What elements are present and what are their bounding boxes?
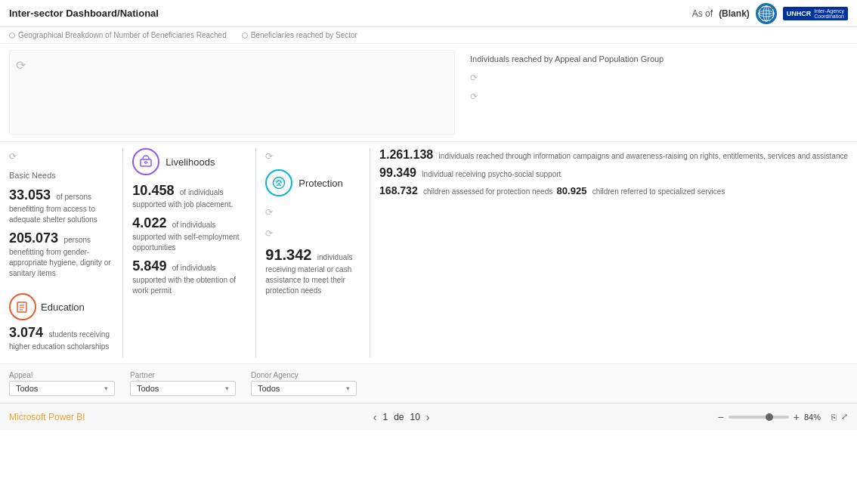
appeal-chart-title: Individuals reached by Appeal and Popula… [470, 54, 840, 63]
metric-number-3074: 3.074 [9, 325, 43, 340]
metric-number-205073: 205.073 [9, 230, 58, 246]
partner-arrow: ▾ [225, 385, 229, 392]
basic-needs-metric-1: 33.053 of persons benefitting from acces… [9, 187, 113, 224]
top-charts: ⟳ Individuals reached by Appeal and Popu… [0, 44, 857, 142]
header: Inter-sector Dashboard/National As of (B… [0, 0, 857, 27]
donor-label: Donor Agency [251, 371, 357, 379]
loading-indicator-6: ⟳ [265, 207, 273, 218]
metric-number-33053: 33.053 [9, 187, 51, 203]
appeal-chart: Individuals reached by Appeal and Popula… [463, 50, 848, 135]
partner-filter: Partner Todos ▾ [130, 371, 236, 396]
basic-needs-label: Basic Needs [9, 171, 56, 180]
metric-number-91342: 91.342 [265, 246, 311, 263]
appeal-arrow: ▾ [104, 385, 108, 392]
zoom-percent: 84% [804, 413, 821, 422]
zoom-slider[interactable] [729, 416, 789, 419]
page-current: 1 [382, 412, 388, 422]
blank-value: (Blank) [719, 8, 750, 19]
partner-label: Partner [130, 371, 236, 379]
basic-needs-header: Basic Needs [9, 171, 113, 180]
section-bar: Geographical Breakdown of Number of Bene… [0, 27, 857, 44]
partner-select[interactable]: Todos ▾ [130, 381, 236, 396]
header-right: As of (Blank) UNHCR Inter-AgencyCoordina… [692, 3, 848, 24]
unhcr-logo: UNHCR Inter-AgencyCoordination [783, 7, 848, 20]
appeal-value: Todos [16, 384, 38, 393]
livelihoods-metric-3: 5.849 of individuals supported with the … [132, 258, 246, 295]
zoom-in-button[interactable]: + [794, 411, 800, 423]
education-header: Education [9, 293, 113, 320]
powerbi-link[interactable]: Microsoft Power BI [9, 412, 85, 422]
partner-value: Todos [137, 384, 159, 393]
loading-indicator-3: ⟳ [470, 91, 478, 102]
fullscreen-icon[interactable]: ⤢ [841, 412, 848, 422]
page-title: Inter-sector Dashboard/National [9, 8, 159, 19]
education-metric-1: 3.074 students receiving higher educatio… [9, 325, 113, 351]
basic-needs-metric-2: 205.073 persons benefitting from gender-… [9, 230, 113, 278]
section-dot-2 [242, 32, 248, 39]
geo-chart: ⟳ [9, 50, 455, 135]
title-main: Inter-sector Dashboard/ [9, 8, 120, 19]
zoom-bar: − + 84% ⎘ ⤢ [718, 411, 848, 423]
metric-number-4022: 4.022 [132, 215, 166, 230]
metrics-section: ⟳ Basic Needs 33.053 of persons benefitt… [0, 142, 857, 363]
metric-number-99349: 99.349 [379, 166, 416, 179]
livelihoods-icon [132, 148, 159, 175]
metric-desc-children-assessed: children assessed for protection needs [423, 187, 552, 196]
basic-needs-column: ⟳ Basic Needs 33.053 of persons benefitt… [9, 148, 123, 357]
svg-point-14 [277, 184, 278, 186]
title-sub: National [120, 8, 159, 19]
as-of-label: As of [692, 8, 713, 19]
next-page-button[interactable]: › [426, 411, 430, 423]
livelihoods-metric-2: 4.022 of individuals supported with self… [132, 215, 246, 252]
section-label-1: Geographical Breakdown of Number of Bene… [18, 31, 227, 39]
donor-select[interactable]: Todos ▾ [251, 381, 357, 396]
metric-desc-children-referred: children referred to specialized service… [592, 187, 726, 196]
protection-column: ⟳ Protection ⟳ ⟳ 91.342 individuals rece… [256, 148, 370, 357]
share-icon[interactable]: ⎘ [831, 413, 837, 422]
right-metric-3: 168.732 children assessed for protection… [379, 184, 848, 196]
metric-desc-psycho: individual receiving psycho-social suppo… [422, 170, 561, 178]
loading-indicator-2: ⟳ [470, 73, 478, 83]
svg-point-15 [280, 184, 281, 186]
livelihoods-header: Livelihoods [132, 148, 246, 175]
section-bar-item-2: Beneficiaries reached by Sector [242, 31, 357, 39]
appeal-label: Appeal [9, 371, 115, 379]
bottom-bar: Microsoft Power BI ‹ 1 de 10 › − + 84% ⎘… [0, 403, 857, 430]
loading-indicator-1: ⟳ [16, 58, 26, 73]
right-metric-2: 99.349 individual receiving psycho-socia… [379, 166, 848, 180]
filters-bar: Appeal Todos ▾ Partner Todos ▾ Donor Age… [0, 363, 857, 403]
livelihoods-metric-1: 10.458 of individuals supported with job… [132, 183, 246, 209]
education-title: Education [41, 301, 85, 313]
section-dot-1 [9, 32, 15, 39]
zoom-thumb [766, 413, 773, 421]
loading-indicator-4: ⟳ [9, 151, 17, 162]
donor-arrow: ▾ [346, 385, 350, 392]
prev-page-button[interactable]: ‹ [373, 411, 377, 423]
loading-indicator-7: ⟳ [265, 228, 273, 239]
svg-rect-10 [141, 159, 151, 166]
donor-filter: Donor Agency Todos ▾ [251, 371, 357, 396]
section-bar-item-1: Geographical Breakdown of Number of Bene… [9, 31, 227, 39]
protection-metric-1: 91.342 individuals receiving material or… [265, 246, 360, 295]
metric-desc-campaigns: individuals reached through information … [439, 152, 848, 160]
right-metric-1: 1.261.138 individuals reached through in… [379, 148, 848, 162]
page-total: 10 [410, 412, 419, 422]
un-logo [756, 3, 777, 24]
livelihoods-column: Livelihoods 10.458 of individuals suppor… [123, 148, 256, 357]
right-panel: 1.261.138 individuals reached through in… [370, 148, 848, 357]
appeal-filter: Appeal Todos ▾ [9, 371, 115, 396]
education-section: Education 3.074 students receiving highe… [9, 289, 113, 351]
loading-indicator-5: ⟳ [265, 151, 273, 162]
metric-number-1261138: 1.261.138 [379, 148, 433, 161]
appeal-select[interactable]: Todos ▾ [9, 381, 115, 396]
donor-value: Todos [258, 384, 280, 393]
protection-icon [265, 169, 292, 196]
pagination: ‹ 1 de 10 › [373, 411, 430, 423]
metric-number-80925-inline: 80.925 [557, 185, 587, 196]
metric-number-10458: 10.458 [132, 183, 174, 198]
metric-number-168732: 168.732 [379, 184, 418, 196]
metric-number-5849: 5.849 [132, 258, 166, 274]
protection-header: Protection [265, 169, 360, 196]
basic-needs-title: Basic Needs [9, 171, 56, 180]
zoom-out-button[interactable]: − [718, 411, 724, 423]
